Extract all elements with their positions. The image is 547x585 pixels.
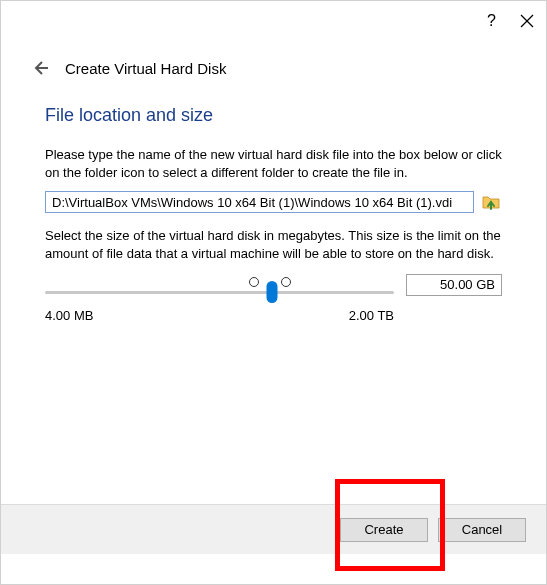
content-area: File location and size Please type the n… <box>1 85 546 323</box>
titlebar: ? <box>1 1 546 41</box>
slider-marker-icon <box>249 277 259 287</box>
help-icon[interactable]: ? <box>487 12 496 30</box>
path-row <box>45 191 502 213</box>
slider-max-label: 2.00 TB <box>349 308 394 323</box>
wizard-title: Create Virtual Hard Disk <box>65 60 226 77</box>
slider-min-label: 4.00 MB <box>45 308 93 323</box>
create-button[interactable]: Create <box>340 518 428 542</box>
slider-marker-icon <box>281 277 291 287</box>
size-slider[interactable] <box>45 291 394 294</box>
file-path-input[interactable] <box>45 191 474 213</box>
wizard-header: Create Virtual Hard Disk <box>1 41 546 85</box>
slider-track-area <box>45 277 394 294</box>
location-description: Please type the name of the new virtual … <box>45 146 502 181</box>
back-arrow-icon[interactable] <box>31 59 49 77</box>
slider-thumb[interactable] <box>266 281 277 303</box>
button-bar: Create Cancel <box>1 504 546 554</box>
browse-folder-icon[interactable] <box>480 191 502 213</box>
section-heading: File location and size <box>45 105 502 126</box>
size-value-display[interactable]: 50.00 GB <box>406 274 502 296</box>
slider-labels: 4.00 MB 2.00 TB <box>45 308 502 323</box>
cancel-button[interactable]: Cancel <box>438 518 526 542</box>
close-icon[interactable] <box>520 14 534 28</box>
size-description: Select the size of the virtual hard disk… <box>45 227 502 262</box>
size-slider-group: 50.00 GB 4.00 MB 2.00 TB <box>45 274 502 323</box>
